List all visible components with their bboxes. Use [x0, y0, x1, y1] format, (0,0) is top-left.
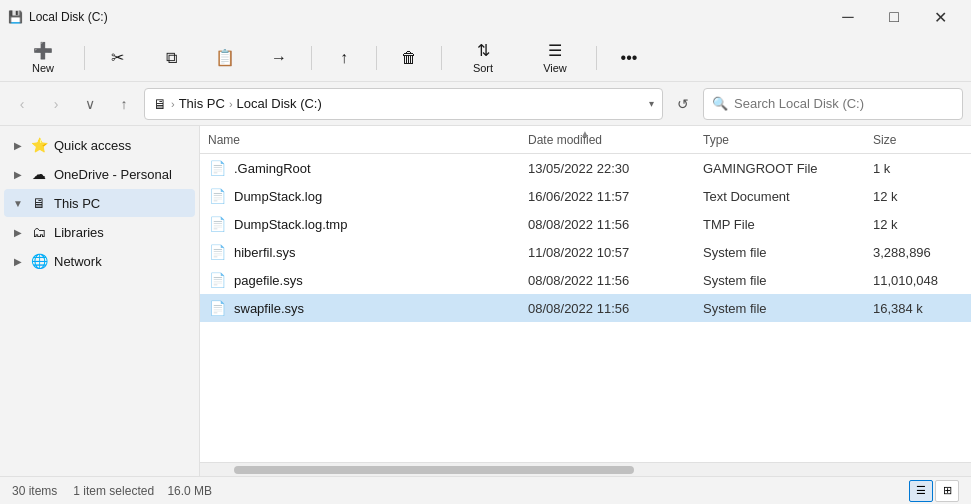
file-icon: 📄 [208, 272, 226, 288]
file-icon: 📄 [208, 160, 226, 176]
file-name-cell: 📄 swapfile.sys [200, 300, 520, 316]
sidebar-label-onedrive: OneDrive - Personal [54, 167, 172, 182]
table-row[interactable]: 📄 DumpStack.log 16/06/2022 11:57 Text Do… [200, 182, 971, 210]
path-dropdown-arrow: ▾ [649, 98, 654, 109]
up-button[interactable]: ↑ [110, 90, 138, 118]
paste-button[interactable]: 📋 [199, 38, 251, 78]
recent-locations-button[interactable]: ∨ [76, 90, 104, 118]
close-button[interactable]: ✕ [917, 0, 963, 34]
table-row[interactable]: 📄 swapfile.sys 08/08/2022 11:56 System f… [200, 294, 971, 322]
new-button[interactable]: ➕ New [8, 38, 78, 78]
file-name: pagefile.sys [234, 273, 303, 288]
sidebar: ▶ ⭐ Quick access ▶ ☁ OneDrive - Personal… [0, 126, 200, 476]
more-button[interactable]: ••• [603, 38, 655, 78]
more-icon: ••• [621, 49, 638, 67]
sidebar-item-libraries[interactable]: ▶ 🗂 Libraries [4, 218, 195, 246]
maximize-button[interactable]: □ [871, 0, 917, 34]
minimize-button[interactable]: ─ [825, 0, 871, 34]
file-date-cell: 08/08/2022 11:56 [520, 273, 695, 288]
file-type-cell: System file [695, 273, 865, 288]
sidebar-label-libraries: Libraries [54, 225, 104, 240]
move-to-button[interactable]: → [253, 38, 305, 78]
table-row[interactable]: 📄 pagefile.sys 08/08/2022 11:56 System f… [200, 266, 971, 294]
search-input[interactable] [734, 96, 954, 111]
column-header-date[interactable]: Date modified [520, 126, 695, 153]
new-icon: ➕ [33, 41, 53, 60]
toolbar-separator-5 [596, 46, 597, 70]
new-label: New [32, 62, 54, 74]
toolbar: ➕ New ✂ ⧉ 📋 → ↑ 🗑 ⇅ Sort ☰ View ••• [0, 34, 971, 82]
move-icon: → [271, 49, 287, 67]
title-bar: 💾 Local Disk (C:) ─ □ ✕ [0, 0, 971, 34]
path-local-disk: Local Disk (C:) [237, 96, 322, 111]
file-name-cell: 📄 pagefile.sys [200, 272, 520, 288]
file-icon: 📄 [208, 300, 226, 316]
file-type-cell: System file [695, 245, 865, 260]
delete-button[interactable]: 🗑 [383, 38, 435, 78]
address-bar: ‹ › ∨ ↑ 🖥 › This PC › Local Disk (C:) ▾ … [0, 82, 971, 126]
title-bar-controls: ─ □ ✕ [825, 0, 963, 34]
copy-icon: ⧉ [166, 49, 177, 67]
column-date-label: Date modified [528, 133, 602, 147]
file-icon: 📄 [208, 216, 226, 232]
forward-button[interactable]: › [42, 90, 70, 118]
copy-button[interactable]: ⧉ [145, 38, 197, 78]
chevron-down-icon: ▼ [12, 198, 24, 209]
sort-icon: ⇅ [477, 41, 490, 60]
file-type-cell: TMP File [695, 217, 865, 232]
table-row[interactable]: 📄 .GamingRoot 13/05/2022 22:30 GAMINGROO… [200, 154, 971, 182]
search-box[interactable]: 🔍 [703, 88, 963, 120]
file-size-cell: 16,384 k [865, 301, 971, 316]
grid-view-button[interactable]: ⊞ [935, 480, 959, 502]
path-separator-2: › [229, 98, 233, 110]
file-type-cell: System file [695, 301, 865, 316]
file-name-cell: 📄 DumpStack.log [200, 188, 520, 204]
column-type-label: Type [703, 133, 729, 147]
sort-label: Sort [473, 62, 493, 74]
onedrive-icon: ☁ [30, 166, 48, 182]
refresh-button[interactable]: ↺ [669, 90, 697, 118]
column-header-size[interactable]: Size [865, 126, 971, 153]
file-name-cell: 📄 DumpStack.log.tmp [200, 216, 520, 232]
cut-icon: ✂ [111, 48, 124, 67]
share-icon: ↑ [340, 49, 348, 67]
back-button[interactable]: ‹ [8, 90, 36, 118]
sidebar-item-network[interactable]: ▶ 🌐 Network [4, 247, 195, 275]
path-this-pc: This PC [179, 96, 225, 111]
chevron-right-icon: ▶ [12, 169, 24, 180]
share-button[interactable]: ↑ [318, 38, 370, 78]
path-icon: 🖥 [153, 96, 167, 112]
list-view-button[interactable]: ☰ [909, 480, 933, 502]
window-title: Local Disk (C:) [29, 10, 108, 24]
quick-access-icon: ⭐ [30, 137, 48, 153]
view-icon: ☰ [548, 41, 562, 60]
file-size-cell: 3,288,896 [865, 245, 971, 260]
view-button[interactable]: ☰ View [520, 38, 590, 78]
file-name: swapfile.sys [234, 301, 304, 316]
sidebar-item-onedrive[interactable]: ▶ ☁ OneDrive - Personal [4, 160, 195, 188]
sort-button[interactable]: ⇅ Sort [448, 38, 518, 78]
file-date-cell: 08/08/2022 11:56 [520, 217, 695, 232]
file-name-cell: 📄 .GamingRoot [200, 160, 520, 176]
search-icon: 🔍 [712, 96, 728, 111]
table-row[interactable]: 📄 DumpStack.log.tmp 08/08/2022 11:56 TMP… [200, 210, 971, 238]
file-name: hiberfil.sys [234, 245, 295, 260]
horizontal-scrollbar[interactable] [200, 462, 971, 476]
item-count: 30 items [12, 484, 57, 498]
libraries-icon: 🗂 [30, 224, 48, 240]
table-row[interactable]: 📄 hiberfil.sys 11/08/2022 10:57 System f… [200, 238, 971, 266]
file-icon: 📄 [208, 244, 226, 260]
list-view-icon: ☰ [916, 484, 926, 497]
file-list-header: Name ▲ Date modified Type Size [200, 126, 971, 154]
this-pc-icon: 🖥 [30, 195, 48, 211]
address-path[interactable]: 🖥 › This PC › Local Disk (C:) ▾ [144, 88, 663, 120]
toolbar-separator-1 [84, 46, 85, 70]
sidebar-item-this-pc[interactable]: ▼ 🖥 This PC [4, 189, 195, 217]
sidebar-item-quick-access[interactable]: ▶ ⭐ Quick access [4, 131, 195, 159]
column-header-type[interactable]: Type [695, 126, 865, 153]
cut-button[interactable]: ✂ [91, 38, 143, 78]
column-header-name[interactable]: Name [200, 126, 520, 153]
file-size-cell: 12 k [865, 189, 971, 204]
file-date-cell: 13/05/2022 22:30 [520, 161, 695, 176]
scrollbar-thumb[interactable] [234, 466, 634, 474]
